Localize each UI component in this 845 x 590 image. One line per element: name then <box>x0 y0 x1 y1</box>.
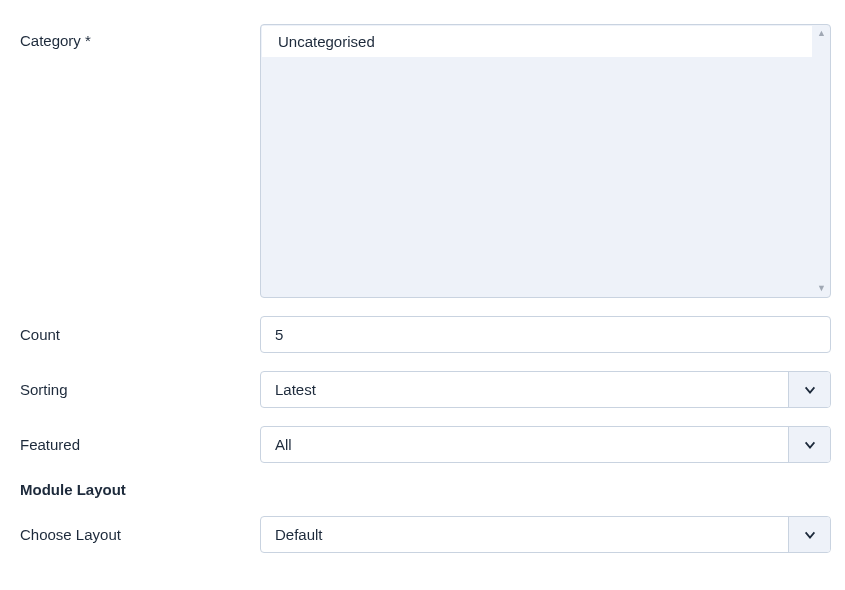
chevron-down-icon <box>788 427 830 462</box>
category-listbox[interactable]: Uncategorised ▲ ▼ <box>260 24 831 298</box>
sorting-select[interactable]: Latest <box>260 371 831 408</box>
choose-layout-select[interactable]: Default <box>260 516 831 553</box>
category-label: Category * <box>20 32 91 49</box>
sorting-value: Latest <box>261 372 788 407</box>
choose-layout-value: Default <box>261 517 788 552</box>
featured-value: All <box>261 427 788 462</box>
scroll-down-icon[interactable]: ▼ <box>813 280 830 297</box>
field-row-sorting: Sorting Latest <box>20 371 831 408</box>
field-row-choose-layout: Choose Layout Default <box>20 516 831 553</box>
featured-select[interactable]: All <box>260 426 831 463</box>
scrollbar-track[interactable]: ▲ ▼ <box>813 25 830 297</box>
chevron-down-icon <box>788 372 830 407</box>
choose-layout-label: Choose Layout <box>20 526 121 543</box>
module-layout-heading: Module Layout <box>20 481 831 498</box>
chevron-down-icon <box>788 517 830 552</box>
field-row-count: Count <box>20 316 831 353</box>
count-input[interactable] <box>260 316 831 353</box>
field-row-category: Category * Uncategorised ▲ ▼ <box>20 24 831 298</box>
category-option-uncategorised[interactable]: Uncategorised <box>262 26 812 57</box>
scroll-up-icon[interactable]: ▲ <box>813 25 830 42</box>
field-row-featured: Featured All <box>20 426 831 463</box>
featured-label: Featured <box>20 436 80 453</box>
count-label: Count <box>20 326 60 343</box>
sorting-label: Sorting <box>20 381 68 398</box>
